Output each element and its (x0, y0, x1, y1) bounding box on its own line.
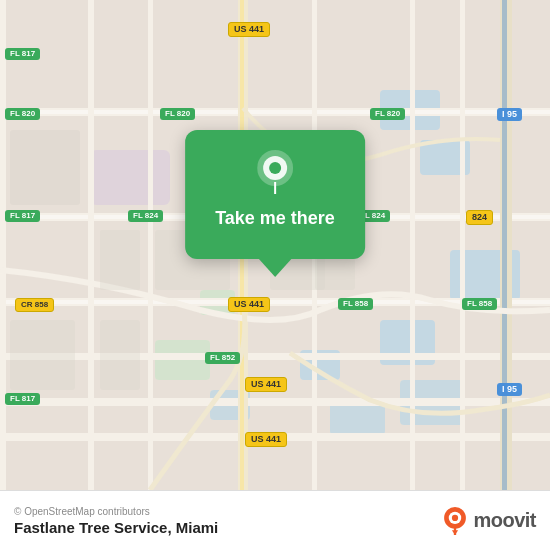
road-label-824: 824 (466, 210, 493, 225)
road-label-fl858-mid: FL 858 (338, 298, 373, 310)
road-label-fl820-mid: FL 820 (160, 108, 195, 120)
place-name: Fastlane Tree Service, Miami (14, 519, 218, 536)
road-label-i95-top: I 95 (497, 108, 522, 121)
svg-rect-26 (88, 0, 94, 490)
svg-rect-36 (10, 320, 75, 390)
svg-rect-18 (0, 353, 550, 360)
road-label-fl824-left: FL 824 (128, 210, 163, 222)
road-label-us441-bot: US 441 (245, 377, 287, 392)
road-label-fl817-bot: FL 817 (5, 393, 40, 405)
svg-rect-25 (502, 0, 507, 490)
svg-rect-32 (100, 230, 140, 290)
svg-rect-30 (460, 0, 465, 490)
svg-rect-23 (0, 0, 6, 490)
road-label-i95-bot: I 95 (497, 383, 522, 396)
road-label-fl852: FL 852 (205, 352, 240, 364)
road-label-us441-mid: US 441 (228, 297, 270, 312)
road-label-fl817-mid: FL 817 (5, 210, 40, 222)
road-label-fl858-right: FL 858 (462, 298, 497, 310)
svg-point-44 (452, 514, 458, 520)
road-label-fl820-right: FL 820 (370, 108, 405, 120)
road-label-us441-bot2: US 441 (245, 432, 287, 447)
popup-label: Take me there (215, 208, 335, 229)
map-attribution: © OpenStreetMap contributors (14, 506, 218, 517)
road-label-cr858: CR 858 (15, 298, 54, 312)
svg-rect-31 (10, 130, 80, 205)
map-view: US 441 US 441 US 441 US 441 FL 817 FL 81… (0, 0, 550, 490)
location-pin-icon (257, 150, 293, 198)
road-label-fl817-top: FL 817 (5, 48, 40, 60)
svg-point-41 (269, 162, 281, 174)
moovit-brand-text: moovit (473, 509, 536, 532)
moovit-logo: moovit (441, 507, 536, 535)
moovit-pin-icon (441, 507, 469, 535)
svg-rect-19 (0, 398, 550, 406)
road-label-us441-top: US 441 (228, 22, 270, 37)
svg-rect-29 (410, 0, 415, 490)
svg-rect-37 (100, 320, 140, 390)
place-info: © OpenStreetMap contributors Fastlane Tr… (14, 506, 218, 536)
svg-rect-27 (148, 0, 153, 490)
svg-rect-9 (90, 150, 170, 205)
road-label-fl820-left: FL 820 (5, 108, 40, 120)
bottom-bar: © OpenStreetMap contributors Fastlane Tr… (0, 490, 550, 550)
popup-card[interactable]: Take me there (185, 130, 365, 259)
svg-rect-13 (0, 110, 550, 114)
